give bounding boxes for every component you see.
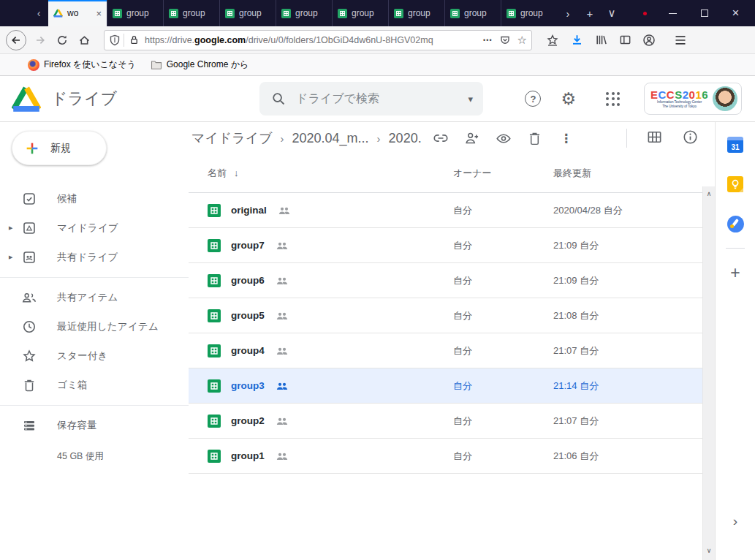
drive-sidebar: 新規 候補 ▶ マイドライブ ▶ 共有ドライブ <box>0 122 189 560</box>
tab-scroll-right-icon[interactable]: › <box>557 0 579 26</box>
google-apps-grid-icon[interactable] <box>606 92 620 106</box>
column-modified[interactable]: 最終更新 <box>553 167 702 180</box>
drive-header: ドライブ ドライブで検索 ▾ ? ⚙ ECCS2016 Information … <box>0 76 755 122</box>
breadcrumb-current-folder[interactable]: 2020. <box>389 131 422 146</box>
pocket-icon[interactable] <box>499 34 511 45</box>
share-person-add-icon[interactable] <box>464 130 480 146</box>
sort-down-icon[interactable]: ↓ <box>234 167 239 178</box>
account-badge-subtitle: Information Technology Center <box>657 101 702 105</box>
preview-eye-icon[interactable] <box>496 130 512 146</box>
sheets-favicon <box>450 9 460 18</box>
tasks-icon[interactable] <box>727 216 744 232</box>
scrollbar-down-icon[interactable]: ∨ <box>707 547 712 554</box>
tab-group[interactable]: group <box>444 0 501 26</box>
bookmark-folder[interactable]: Google Chrome から <box>151 58 249 71</box>
folder-icon <box>151 60 162 69</box>
tab-group[interactable]: group <box>332 0 388 26</box>
delete-trash-icon[interactable] <box>527 130 543 146</box>
tab-title: wo <box>67 8 78 18</box>
sidebar-item-trash[interactable]: ゴミ箱 <box>0 371 189 400</box>
file-row[interactable]: group2 自分 21:07 自分 <box>189 404 702 439</box>
new-button[interactable]: 新規 <box>12 131 107 165</box>
tab-group[interactable]: group <box>276 0 332 26</box>
collapse-panel-chevron-icon[interactable]: › <box>733 513 737 529</box>
settings-gear-icon[interactable]: ⚙ <box>561 91 576 107</box>
shared-people-icon <box>276 347 288 355</box>
url-bar[interactable]: https://drive.google.com/drive/u/0/folde… <box>104 30 532 50</box>
grid-view-icon[interactable] <box>646 129 663 148</box>
bookmark-star-icon[interactable]: ☆ <box>517 34 527 47</box>
file-row[interactable]: group4 自分 21:07 自分 <box>189 333 702 368</box>
back-button[interactable] <box>6 30 26 50</box>
storage-icon <box>22 418 37 433</box>
scrollbar-up-icon[interactable]: ∧ <box>707 190 712 197</box>
bookmarks-menu-icon[interactable] <box>545 33 560 48</box>
expand-arrow-icon[interactable]: ▶ <box>9 225 12 231</box>
account-badge-title: ECCS2016 <box>650 89 708 100</box>
window-maximize-button[interactable] <box>688 0 720 26</box>
downloads-icon[interactable] <box>569 33 584 48</box>
file-row[interactable]: group6 自分 21:09 自分 <box>189 263 702 298</box>
file-row[interactable]: group1 自分 21:06 自分 <box>189 439 702 474</box>
column-owner[interactable]: オーナー <box>453 167 553 180</box>
sidebar-item-shared-drives[interactable]: ▶ 共有ドライブ <box>0 243 189 272</box>
tab-group[interactable]: group <box>501 0 557 26</box>
tab-group[interactable]: group <box>388 0 444 26</box>
page-actions-icon[interactable]: ••• <box>483 37 492 44</box>
breadcrumb-my-drive[interactable]: マイドライブ <box>191 129 273 147</box>
tab-scroll-left-icon[interactable]: ‹ <box>29 0 48 26</box>
help-icon[interactable]: ? <box>525 91 541 107</box>
expand-arrow-icon[interactable]: ▶ <box>9 254 12 260</box>
account-badge[interactable]: ECCS2016 Information Technology Center T… <box>644 83 742 115</box>
storage-used-label: 45 GB 使用 <box>0 450 189 463</box>
sheets-file-icon <box>208 450 221 463</box>
calendar-icon[interactable]: 31 <box>727 137 743 153</box>
sidebar-item-my-drive[interactable]: ▶ マイドライブ <box>0 213 189 243</box>
menu-icon[interactable] <box>673 33 688 48</box>
search-icon[interactable] <box>271 91 286 106</box>
get-add-ons-plus-icon[interactable]: + <box>730 265 740 281</box>
list-scrollbar[interactable]: ∧ ∨ <box>702 186 715 560</box>
library-icon[interactable] <box>593 33 608 48</box>
reload-button[interactable] <box>51 29 73 51</box>
sidebar-item-starred[interactable]: スター付き <box>0 341 189 371</box>
tab-list-icon[interactable]: ∨ <box>601 0 623 26</box>
info-icon[interactable] <box>682 129 699 148</box>
forward-button[interactable] <box>29 29 51 51</box>
tab-group[interactable]: group <box>107 0 163 26</box>
window-minimize-button[interactable] <box>657 0 688 26</box>
more-actions-icon[interactable]: ⋮ <box>558 130 574 146</box>
new-tab-icon[interactable]: + <box>579 0 601 26</box>
search-options-caret-icon[interactable]: ▾ <box>468 94 473 105</box>
home-button[interactable] <box>73 29 95 51</box>
sidebar-item-priority[interactable]: 候補 <box>0 184 189 213</box>
breadcrumb-folder[interactable]: 2020.04_m... <box>292 131 369 146</box>
sidebar-item-recent[interactable]: 最近使用したアイテム <box>0 312 189 341</box>
get-link-icon[interactable] <box>433 130 449 146</box>
lock-icon[interactable] <box>129 34 140 45</box>
account-icon[interactable] <box>642 33 656 48</box>
tab-group[interactable]: group <box>163 0 219 26</box>
url-text[interactable]: https://drive.google.com/drive/u/0/folde… <box>145 35 483 45</box>
drive-toolbar: マイドライブ › 2020.04_m... › 2020. ⋮ <box>189 122 715 154</box>
browser-navbar: https://drive.google.com/drive/u/0/folde… <box>0 26 755 54</box>
file-row[interactable]: original 自分 2020/04/28 自分 <box>189 193 702 228</box>
star-icon <box>22 349 37 363</box>
sidebar-item-storage[interactable]: 保存容量 <box>0 411 189 440</box>
file-row-selected[interactable]: group3 自分 21:14 自分 <box>189 368 702 404</box>
file-row[interactable]: group7 自分 21:09 自分 <box>189 228 702 263</box>
tab-group[interactable]: group <box>219 0 276 26</box>
keep-icon[interactable] <box>727 176 743 192</box>
tab-active-drive[interactable]: wo × <box>48 0 107 26</box>
tracking-shield-icon[interactable] <box>109 34 121 46</box>
column-name[interactable]: 名前 <box>208 167 227 178</box>
avatar[interactable] <box>713 86 737 111</box>
file-row[interactable]: group5 自分 21:08 自分 <box>189 298 702 333</box>
sidebar-toggle-icon[interactable] <box>618 33 632 48</box>
sidebar-item-shared-with-me[interactable]: 共有アイテム <box>0 283 189 312</box>
tab-close-icon[interactable]: × <box>96 8 102 19</box>
drive-logo[interactable]: ドライブ <box>12 86 189 112</box>
search-input[interactable]: ドライブで検索 ▾ <box>259 82 483 116</box>
window-close-button[interactable]: × <box>720 0 751 26</box>
bookmark-item[interactable]: Firefox を使いこなそう <box>28 58 136 71</box>
